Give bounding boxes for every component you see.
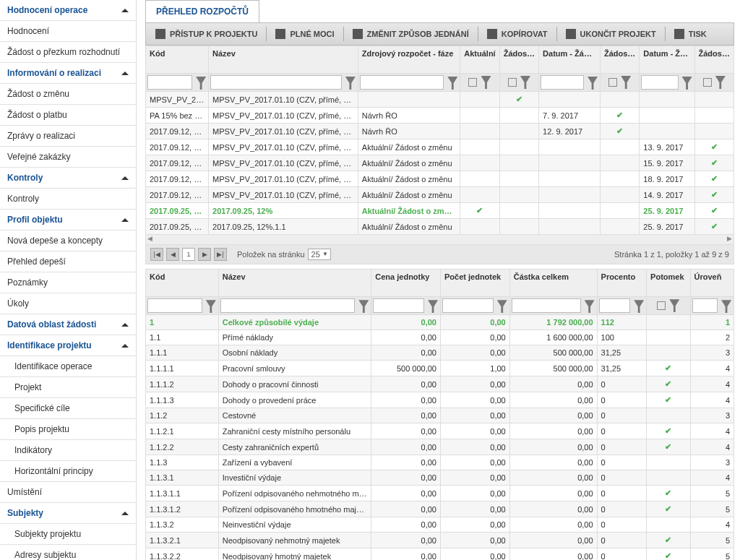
toolbar-btn-2[interactable]: ZMĚNIT ZPŮSOB JEDNÁNÍ [345, 25, 476, 43]
table-row[interactable]: 1.1.2Cestovné0,000,000,0003 [146, 408, 734, 423]
filter-input[interactable] [641, 75, 678, 90]
sidebar-item-12[interactable]: Přehled depeší [0, 251, 136, 272]
filter-checkbox[interactable] [468, 78, 477, 87]
col-header[interactable]: Zdrojový rozpočet - fáze [358, 46, 460, 74]
filter-icon[interactable] [715, 76, 726, 89]
col-header[interactable]: Aktuální [460, 46, 499, 74]
filter-icon[interactable] [721, 300, 731, 313]
filter-icon[interactable] [621, 76, 631, 89]
pager-last[interactable]: ▶| [214, 248, 227, 261]
table-row[interactable]: 1.1.1Osobní náklady0,000,00500 000,0031,… [146, 345, 734, 361]
col-header[interactable]: Název [218, 270, 371, 297]
table-row[interactable]: 1.1.3Zařízení a vybavení0,000,000,0003 [146, 455, 734, 470]
col-header[interactable]: Potomek [647, 270, 690, 297]
toolbar-btn-1[interactable]: PLNÉ MOCI [268, 25, 341, 43]
table-row[interactable]: 2017.09.12, 0…MPSV_PV_2017.01.10 (CZV, p… [146, 187, 734, 203]
toolbar-btn-3[interactable]: KOPÍROVAT [480, 25, 555, 43]
col-header[interactable]: Částka celkem [509, 270, 597, 297]
filter-icon[interactable] [428, 300, 438, 313]
table-row[interactable]: 1.1.2.2Cesty zahraničních expertů0,000,0… [146, 439, 734, 455]
col-header[interactable]: Datum - Žádost o podporu - změna [539, 46, 601, 74]
sidebar-item-8[interactable]: Kontroly [0, 168, 136, 189]
filter-input[interactable] [210, 75, 342, 90]
filter-icon[interactable] [682, 77, 692, 90]
filter-icon[interactable] [588, 77, 598, 90]
table-row[interactable]: 1.1.2.1Zahraniční cesty místního personá… [146, 423, 734, 439]
pager-perpage-select[interactable]: 25 [308, 249, 331, 260]
filter-input[interactable] [512, 298, 581, 313]
col-header[interactable]: Žádost o podporu - změna [600, 46, 639, 74]
table-row[interactable]: 1.1.3.1Investiční výdaje0,000,000,0004 [146, 470, 734, 486]
filter-checkbox[interactable] [608, 78, 617, 87]
table-row[interactable]: 2017.09.12, 0…MPSV_PV_2017.01.10 (CZV, p… [146, 124, 734, 139]
filter-input[interactable] [147, 75, 192, 90]
filter-icon[interactable] [669, 299, 679, 312]
filter-icon[interactable] [447, 77, 457, 90]
table-row[interactable]: 1Celkové způsobilé výdaje0,000,001 792 0… [146, 315, 734, 330]
col-header[interactable]: Žádost o podporu [499, 46, 538, 74]
table-row[interactable]: 1.1.1.1Pracovní smlouvy500 000,001,00500… [146, 361, 734, 376]
pager-first[interactable]: |◀ [150, 248, 163, 261]
sidebar-item-10[interactable]: Profil objektu [0, 210, 136, 231]
table-row[interactable]: 2017.09.12, 0…MPSV_PV_2017.01.10 (CZV, p… [146, 155, 734, 171]
filter-input[interactable] [541, 75, 584, 90]
table-row[interactable]: 1.1.3.2.2Neodpisovaný hmotný majetek0,00… [146, 548, 734, 560]
table-row[interactable]: 1.1.3.1.1Pořízení odpisovaného nehmotnéh… [146, 486, 734, 501]
sidebar-item-6[interactable]: Zprávy o realizaci [0, 126, 136, 147]
sidebar-item-0[interactable]: Hodnocení operace [0, 0, 136, 21]
sidebar-item-2[interactable]: Žádost o přezkum rozhodnutí [0, 42, 136, 63]
sidebar-item-4[interactable]: Žádost o změnu [0, 84, 136, 105]
pager-next[interactable]: ▶ [198, 248, 211, 261]
col-header[interactable]: Kód [146, 270, 219, 297]
sidebar-item-14[interactable]: Úkoly [0, 293, 136, 314]
col-header[interactable]: Datum - Žádost o změnu [640, 46, 694, 74]
sidebar-item-7[interactable]: Veřejné zakázky [0, 147, 136, 168]
sidebar-item-26[interactable]: Adresy subjektu [0, 545, 136, 560]
table-row[interactable]: 2017.09.25, 1…2017.09.25, 12%.1.1Aktuáln… [146, 219, 734, 235]
filter-input[interactable] [599, 298, 631, 313]
sidebar-item-1[interactable]: Hodnocení [0, 21, 136, 42]
toolbar-btn-5[interactable]: TISK [667, 25, 714, 43]
sidebar-item-11[interactable]: Nová depeše a koncepty [0, 231, 136, 251]
filter-icon[interactable] [585, 300, 595, 313]
toolbar-btn-4[interactable]: UKONČIT PROJEKT [559, 25, 663, 43]
sidebar-item-21[interactable]: Indikátory [0, 440, 136, 461]
table-row[interactable]: 1.1.1.3Dohody o provedení práce0,000,000… [146, 392, 734, 408]
sidebar-item-3[interactable]: Informování o realizaci [0, 63, 136, 84]
filter-input[interactable] [692, 298, 718, 313]
table-row[interactable]: 2017.09.12, 0…MPSV_PV_2017.01.10 (CZV, p… [146, 139, 734, 155]
sidebar-item-22[interactable]: Horizontální principy [0, 461, 136, 482]
table-row[interactable]: PA 15% bez fi…MPSV_PV_2017.01.10 (CZV, p… [146, 108, 734, 124]
horizontal-scrollbar[interactable] [145, 235, 734, 245]
sidebar-item-18[interactable]: Projekt [0, 377, 136, 398]
col-header[interactable]: Úroveň [690, 270, 733, 297]
table-row[interactable]: 1.1.1.2Dohody o pracovní činnosti0,000,0… [146, 376, 734, 392]
sidebar-item-25[interactable]: Subjekty projektu [0, 524, 136, 545]
col-header[interactable]: Název [209, 46, 358, 74]
table-row[interactable]: 2017.09.25, 1…2017.09.25, 12%Aktuální/ Ž… [146, 203, 734, 219]
filter-input[interactable] [360, 75, 444, 90]
col-header[interactable]: Cena jednotky [371, 270, 441, 297]
filter-input[interactable] [373, 298, 424, 313]
filter-icon[interactable] [481, 76, 491, 89]
sidebar-item-17[interactable]: Identifikace operace [0, 356, 136, 377]
pager-current[interactable]: 1 [182, 248, 195, 261]
table-row[interactable]: 1.1.3.1.2Pořízení odpisovaného hmotného … [146, 501, 734, 517]
filter-checkbox[interactable] [657, 301, 666, 310]
filter-input[interactable] [147, 298, 202, 313]
filter-icon[interactable] [345, 77, 356, 90]
sidebar-item-13[interactable]: Poznámky [0, 272, 136, 293]
filter-icon[interactable] [206, 300, 216, 313]
sidebar-item-9[interactable]: Kontroly [0, 189, 136, 210]
col-header[interactable]: Žádost o změnu [694, 46, 733, 74]
sidebar-item-24[interactable]: Subjekty [0, 503, 136, 524]
filter-input[interactable] [442, 298, 494, 313]
filter-icon[interactable] [358, 300, 369, 313]
table-row[interactable]: 1.1Přímé náklady0,000,001 600 000,001002 [146, 330, 734, 345]
table-row[interactable]: 1.1.3.2Neinvestiční výdaje0,000,000,0004 [146, 517, 734, 533]
filter-input[interactable] [220, 298, 356, 313]
filter-icon[interactable] [497, 300, 507, 313]
table-row[interactable]: 1.1.3.2.1Neodpisovaný nehmotný majetek0,… [146, 533, 734, 548]
col-header[interactable]: Kód [146, 46, 209, 74]
sidebar-item-20[interactable]: Popis projektu [0, 419, 136, 440]
